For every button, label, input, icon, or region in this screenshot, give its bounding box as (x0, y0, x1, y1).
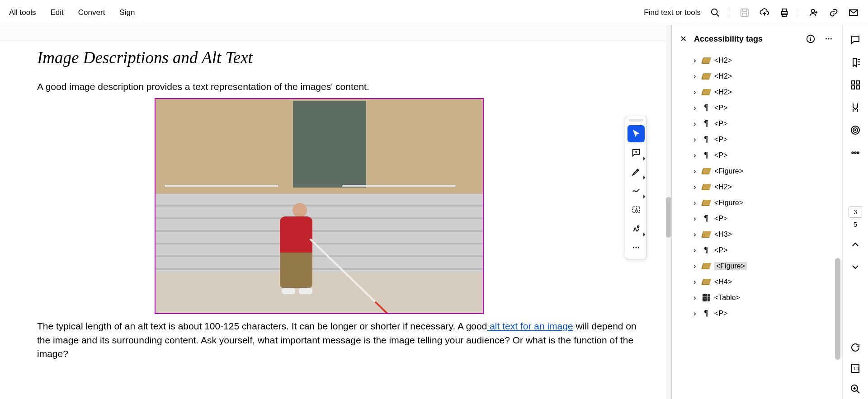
expand-chevron-icon[interactable]: › (692, 246, 698, 254)
tags-tree[interactable]: ›<H2>›<H2>›<H2>›¶<P>›¶<P>›¶<P>›¶<P>›<Fig… (672, 52, 842, 399)
tag-row[interactable]: ›¶<P> (692, 116, 842, 131)
paragraph-tag-icon: ¶ (702, 103, 711, 113)
draw-tool[interactable] (627, 182, 645, 199)
tag-row[interactable]: ›<Figure> (692, 258, 842, 274)
tag-row[interactable]: ›<Table> (692, 290, 842, 305)
expand-chevron-icon[interactable]: › (692, 294, 698, 302)
expand-chevron-icon[interactable]: › (692, 199, 698, 207)
expand-chevron-icon[interactable]: › (692, 167, 698, 175)
tag-row[interactable]: ›<H2> (692, 84, 842, 100)
tag-row[interactable]: ›<H2> (692, 179, 842, 195)
tag-row[interactable]: ›<Figure> (692, 163, 842, 179)
tag-row[interactable]: ›¶<P> (692, 131, 842, 147)
tag-row[interactable]: ›<H4> (692, 274, 842, 290)
panel-options-icon[interactable] (823, 33, 834, 44)
save-icon (739, 7, 750, 18)
tag-label: <Figure> (714, 262, 747, 270)
drag-handle[interactable] (629, 119, 643, 122)
search-icon[interactable] (710, 7, 721, 18)
svg-line-1 (717, 14, 719, 16)
panel-scrollbar[interactable] (835, 52, 840, 399)
actual-size-icon[interactable]: 1:1 (849, 362, 862, 375)
fill-sign-tool[interactable] (627, 220, 645, 237)
cloud-upload-icon[interactable] (759, 7, 770, 18)
panel-title: Accessibility tags (694, 34, 798, 44)
link-icon[interactable] (828, 7, 839, 18)
share-user-icon[interactable] (808, 7, 819, 18)
tag-row[interactable]: ›¶<P> (692, 242, 842, 258)
selected-figure[interactable] (155, 98, 484, 314)
doc-heading: Image Descriptions and Alt Text (37, 48, 644, 67)
expand-chevron-icon[interactable]: › (692, 56, 698, 65)
expand-chevron-icon[interactable]: › (692, 262, 698, 270)
find-label[interactable]: Find text or tools (644, 8, 701, 17)
svg-point-18 (810, 37, 811, 38)
info-icon[interactable] (805, 33, 816, 44)
expand-chevron-icon[interactable]: › (692, 278, 698, 286)
tag-label: <P> (714, 136, 727, 144)
tag-label: <H3> (714, 230, 732, 239)
doc-paragraph: A good image description provides a text… (37, 80, 644, 94)
thumbnails-pane-icon[interactable] (849, 79, 862, 91)
menu-edit[interactable]: Edit (51, 8, 64, 17)
expand-chevron-icon[interactable]: › (692, 88, 698, 96)
top-toolbar-left: All tools Edit Convert Sign (9, 8, 135, 17)
expand-chevron-icon[interactable]: › (692, 230, 698, 239)
expand-chevron-icon[interactable]: › (692, 151, 698, 160)
menu-convert[interactable]: Convert (78, 8, 105, 17)
menu-sign[interactable]: Sign (119, 8, 135, 17)
structure-tag-icon (702, 167, 711, 176)
highlight-tool[interactable] (627, 163, 645, 180)
target-icon[interactable] (849, 124, 862, 136)
more-panes-icon[interactable] (849, 146, 862, 159)
expand-chevron-icon[interactable]: › (692, 72, 698, 80)
panel-scrollbar-thumb[interactable] (835, 258, 840, 360)
expand-chevron-icon[interactable]: › (692, 120, 698, 128)
quick-tools-toolbar[interactable]: A (625, 116, 647, 259)
expand-chevron-icon[interactable]: › (692, 136, 698, 144)
tags-pane-icon[interactable] (849, 101, 862, 114)
current-page-input[interactable]: 3 (849, 206, 862, 218)
rotate-view-icon[interactable] (849, 341, 862, 354)
paragraph-tag-icon: ¶ (702, 246, 711, 255)
tag-row[interactable]: ›¶<P> (692, 305, 842, 321)
email-icon[interactable] (848, 7, 859, 18)
doc-link-alt-text[interactable]: alt text for an image (487, 321, 573, 331)
tag-row[interactable]: ›¶<P> (692, 147, 842, 163)
svg-rect-27 (851, 86, 854, 89)
add-comment-tool[interactable] (627, 144, 645, 161)
close-panel-button[interactable]: ✕ (680, 34, 687, 44)
tag-row[interactable]: ›¶<P> (692, 100, 842, 116)
tag-label: <P> (714, 104, 727, 112)
doc-scrollbar[interactable] (666, 25, 671, 399)
svg-point-0 (712, 9, 717, 14)
svg-point-13 (633, 247, 634, 249)
tag-row[interactable]: ›¶<P> (692, 211, 842, 226)
expand-chevron-icon[interactable]: › (692, 215, 698, 223)
zoom-in-icon[interactable] (849, 383, 862, 395)
doc-scrollbar-thumb[interactable] (666, 197, 671, 238)
document-content: Image Descriptions and Alt Text A good i… (37, 48, 644, 366)
menu-all-tools[interactable]: All tools (9, 8, 36, 17)
expand-chevron-icon[interactable]: › (692, 183, 698, 191)
tag-label: <P> (714, 215, 727, 223)
select-tool[interactable] (627, 125, 645, 142)
svg-point-34 (857, 152, 859, 154)
bookmarks-pane-icon[interactable] (849, 56, 862, 69)
structure-tag-icon (702, 56, 711, 65)
tag-row[interactable]: ›<Figure> (692, 195, 842, 211)
comments-pane-icon[interactable] (849, 33, 862, 46)
add-text-tool[interactable]: A (627, 201, 645, 218)
page-gap (0, 25, 666, 41)
tag-row[interactable]: ›<H3> (692, 226, 842, 242)
tag-row[interactable]: ›<H2> (692, 68, 842, 84)
print-icon[interactable] (779, 7, 790, 18)
expand-chevron-icon[interactable]: › (692, 310, 698, 318)
more-tools[interactable] (627, 239, 645, 256)
svg-rect-6 (782, 9, 786, 11)
page-down-button[interactable] (849, 261, 862, 273)
page-up-button[interactable] (849, 238, 862, 251)
expand-chevron-icon[interactable]: › (692, 104, 698, 112)
document-area: Image Descriptions and Alt Text A good i… (0, 25, 672, 399)
tag-row[interactable]: ›<H2> (692, 52, 842, 68)
